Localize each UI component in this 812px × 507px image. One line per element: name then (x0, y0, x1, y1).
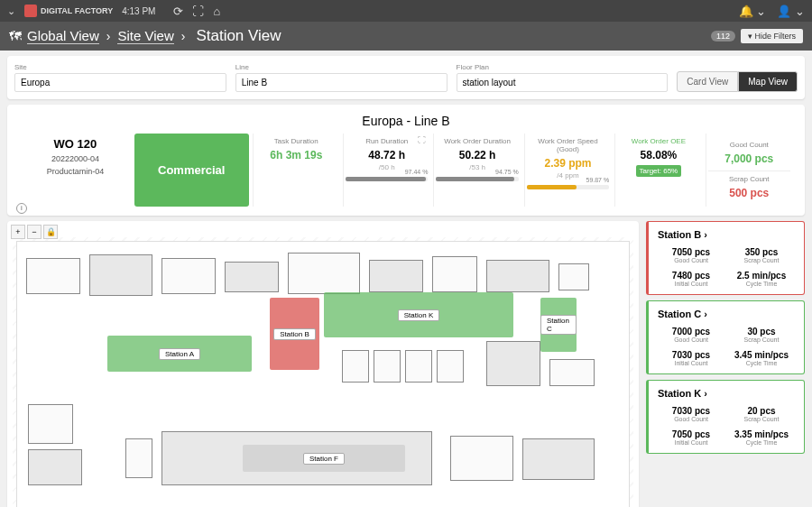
line-label: Line (235, 63, 448, 71)
chevron-right-icon: › (106, 29, 111, 43)
run-duration-box: ⛶ Run Duration 48.72 h /50 h 97.44 % (343, 134, 429, 207)
scrap-count-value: 350 pcs (728, 247, 795, 257)
scrap-count-label: Scrap Count (728, 416, 795, 422)
metric-label: Run Duration (346, 137, 428, 145)
lock-button[interactable]: 🔒 (43, 225, 58, 239)
good-count-value: 7050 pcs (658, 247, 724, 257)
initial-count-label: Initial Count (658, 439, 724, 446)
station-a-overlay[interactable]: Station A (107, 336, 252, 372)
scrap-count-label: Scrap Count (728, 336, 795, 343)
station-card[interactable]: Station C › 7000 pcsGood Count 30 pcsScr… (646, 300, 805, 374)
counts-box: Good Count 7,000 pcs Scrap Count 500 pcs (706, 134, 792, 207)
station-k-overlay[interactable]: Station K (324, 292, 513, 337)
brand-text: DIGITAL FACTORY (41, 6, 113, 15)
good-count-label: Good Count (658, 416, 724, 422)
notification-badge[interactable]: 112 (711, 31, 735, 41)
metric-value: 6h 3m 19s (255, 149, 337, 161)
station-card-title[interactable]: Station K › (658, 388, 795, 399)
oee-target: Target: 65% (636, 165, 682, 177)
station-card-title[interactable]: Station B › (658, 229, 795, 240)
station-tag: Station C (540, 315, 577, 335)
view-toggle: Card View Map View (677, 71, 798, 92)
station-c-overlay[interactable]: Station C (540, 298, 577, 352)
wo-sub2: Productamin-04 (22, 167, 129, 176)
station-b-overlay[interactable]: Station B (270, 298, 319, 370)
cycle-time-label: Cycle Time (728, 360, 795, 366)
good-count-label: Good Count (658, 257, 724, 263)
refresh-icon[interactable]: ⟳ (173, 5, 183, 18)
breadcrumb-current: Station View (196, 27, 281, 45)
info-icon[interactable]: i (16, 203, 27, 214)
floor-label: Floor Plan (457, 63, 669, 71)
commercial-status: Commercial (134, 134, 249, 207)
line-input[interactable] (235, 73, 448, 92)
fullscreen-icon[interactable]: ⛶ (192, 5, 204, 18)
station-cards-column: Station B › 7050 pcsGood Count 350 pcsSc… (646, 221, 805, 507)
user-icon[interactable]: 👤 ⌄ (777, 5, 805, 18)
progress-pct: 97.44 % (405, 169, 429, 175)
top-bar: ⌄ DIGITAL FACTORY 4:13 PM ⟳ ⛶ ⌂ 🔔 ⌄ 👤 ⌄ (0, 0, 812, 22)
bell-icon[interactable]: 🔔 ⌄ (739, 5, 767, 18)
zoom-out-button[interactable]: − (27, 225, 42, 239)
metrics-panel: Europa - Line B WO 120 20222000-04 Produ… (7, 105, 805, 216)
chevron-right-icon: › (181, 29, 186, 43)
metric-value: 2.39 ppm (527, 157, 609, 170)
station-tag: Station K (398, 309, 439, 321)
initial-count-value: 7030 pcs (658, 350, 724, 360)
task-duration-box: Task Duration 6h 3m 19s (253, 134, 339, 207)
metric-label: Good Count (708, 141, 790, 149)
initial-count-value: 7050 pcs (658, 429, 724, 439)
home-icon[interactable]: ⌂ (213, 5, 220, 18)
wo-title: WO 120 (22, 137, 129, 151)
floor-map[interactable]: + − 🔒 (7, 221, 639, 507)
good-count-value: 7000 pcs (658, 327, 724, 336)
progress-pct: 59.87 % (586, 177, 610, 183)
metrics-title: Europa - Line B (7, 108, 805, 134)
hide-filters-button[interactable]: ▾ Hide Filters (741, 29, 803, 43)
expand-icon[interactable]: ⛶ (418, 135, 426, 144)
scrap-count-value: 20 pcs (728, 406, 795, 416)
metric-value: 50.22 h (436, 149, 518, 161)
chevron-down-icon[interactable]: ⌄ (7, 5, 15, 17)
station-card[interactable]: Station B › 7050 pcsGood Count 350 pcsSc… (646, 221, 805, 295)
metric-value: 500 pcs (708, 187, 790, 199)
site-input[interactable] (14, 73, 226, 92)
good-count-value: 7030 pcs (658, 406, 724, 416)
card-view-button[interactable]: Card View (677, 71, 738, 92)
metric-value: 7,000 pcs (708, 152, 790, 165)
cycle-time-value: 2.5 min/pcs (728, 271, 795, 281)
logo-icon (24, 5, 37, 17)
metric-label: Work Order Duration (436, 137, 518, 145)
station-card-title[interactable]: Station C › (658, 309, 795, 319)
station-tag: Station F (303, 453, 345, 465)
breadcrumb-global[interactable]: Global View (27, 28, 99, 44)
cycle-time-label: Cycle Time (728, 281, 795, 287)
wo-oee-box: Work Order OEE 58.08% Target: 65% (614, 134, 701, 207)
cycle-time-label: Cycle Time (728, 439, 795, 446)
metric-value: 48.72 h (346, 149, 428, 161)
progress-pct: 94.75 % (495, 169, 519, 175)
map-icon: 🗺 (9, 29, 22, 43)
initial-count-value: 7480 pcs (658, 271, 724, 281)
cycle-time-value: 3.35 min/pcs (728, 429, 795, 439)
station-tag: Station B (273, 328, 315, 340)
floor-input[interactable] (457, 73, 669, 92)
clock: 4:13 PM (122, 6, 155, 16)
station-f-overlay[interactable]: Station F (243, 445, 405, 472)
filter-row: Site Line Floor Plan Card View Map View (7, 56, 805, 99)
initial-count-label: Initial Count (658, 360, 724, 366)
map-view-button[interactable]: Map View (738, 71, 798, 92)
station-card[interactable]: Station K › 7030 pcsGood Count 20 pcsScr… (646, 380, 805, 454)
metric-label: Work Order Speed (Good) (527, 137, 609, 153)
cycle-time-value: 3.45 min/pcs (728, 350, 795, 360)
metric-value: 58.08% (617, 149, 699, 161)
metric-label: Scrap Count (708, 175, 790, 183)
wo-speed-box: Work Order Speed (Good) 2.39 ppm /4 ppm … (524, 134, 611, 207)
breadcrumb-site[interactable]: Site View (117, 28, 173, 44)
work-order-box: WO 120 20222000-04 Productamin-04 (20, 134, 131, 207)
zoom-in-button[interactable]: + (11, 225, 25, 239)
initial-count-label: Initial Count (658, 281, 724, 287)
app-logo: DIGITAL FACTORY (24, 5, 113, 17)
metric-label: Work Order OEE (617, 137, 699, 145)
wo-duration-box: Work Order Duration 50.22 h /53 h 94.75 … (433, 134, 520, 207)
